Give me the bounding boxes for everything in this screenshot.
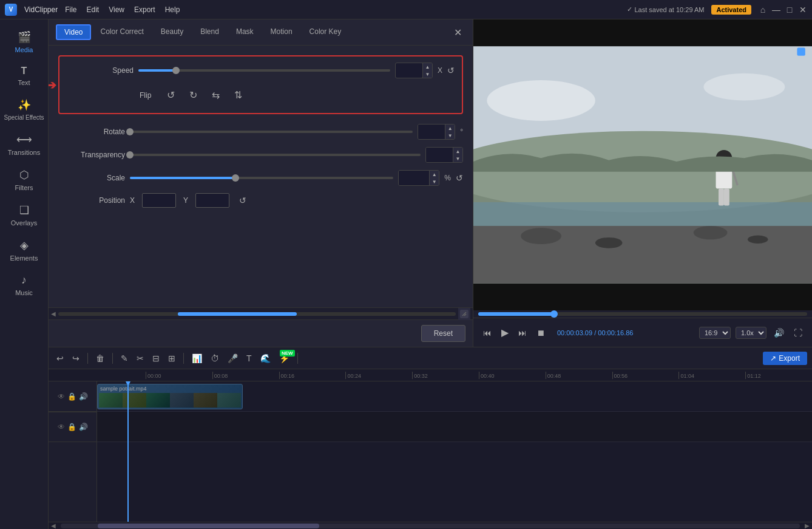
video-track-row[interactable]: sample potrait.mp4 xyxy=(97,381,812,412)
sidebar-item-filters[interactable]: ⬡ Filters xyxy=(0,162,48,197)
volume-button[interactable]: 🔊 xyxy=(771,327,787,339)
menu-view[interactable]: View xyxy=(109,5,124,14)
progress-thumb[interactable] xyxy=(550,310,558,318)
text-button[interactable]: T xyxy=(243,352,255,364)
edit-button[interactable]: ✎ xyxy=(118,352,131,364)
position-y-input[interactable]: 0 xyxy=(195,193,229,208)
tab-mask[interactable]: Mask xyxy=(228,24,262,40)
audio-icon[interactable]: 🔊 xyxy=(79,392,88,401)
progress-track[interactable] xyxy=(478,312,807,316)
eye-icon[interactable]: 👁 xyxy=(58,392,65,401)
tab-color-correct[interactable]: Color Correct xyxy=(92,24,151,40)
playback-speed-select[interactable]: 1.0x 0.5x 2.0x xyxy=(736,327,766,339)
chart-button[interactable]: 📊 xyxy=(189,352,205,364)
rotate-slider-thumb[interactable] xyxy=(126,128,134,135)
scale-spin-up[interactable]: ▲ xyxy=(429,171,439,178)
sidebar-item-elements[interactable]: ◈ Elements xyxy=(0,233,48,268)
home-icon[interactable]: ⌂ xyxy=(759,5,767,14)
panel-horizontal-scrollbar[interactable]: ◀ xyxy=(49,307,473,319)
sidebar-item-media[interactable]: 🎬 Media xyxy=(0,24,48,60)
position-reset-button[interactable]: ↺ xyxy=(239,196,246,205)
tab-motion[interactable]: Motion xyxy=(263,24,300,40)
menu-file[interactable]: File xyxy=(65,5,76,14)
speed-reset-button[interactable]: ↺ xyxy=(447,66,455,75)
prev-frame-button[interactable]: ⏮ xyxy=(481,327,494,339)
next-frame-button[interactable]: ⏭ xyxy=(516,327,529,339)
panel-close-button[interactable]: ✕ xyxy=(450,26,465,39)
scrollbar-track[interactable] xyxy=(58,312,456,316)
tab-color-key[interactable]: Color Key xyxy=(302,24,350,40)
scale-reset-button[interactable]: ↺ xyxy=(456,173,463,183)
cut-button[interactable]: ✂ xyxy=(134,352,147,364)
aspect-ratio-select[interactable]: 16:9 9:16 1:1 4:3 xyxy=(699,327,731,339)
wave-button[interactable]: 🌊 xyxy=(257,352,274,364)
reset-button[interactable]: Reset xyxy=(421,325,465,342)
audio2-icon[interactable]: 🔊 xyxy=(79,423,88,431)
preview-progress-area[interactable] xyxy=(473,310,812,318)
minimize-button[interactable]: — xyxy=(772,5,780,14)
export-button[interactable]: ↗ Export xyxy=(763,352,807,365)
undo-button[interactable]: ↩ xyxy=(53,352,67,364)
flip-vertical-button[interactable]: ⇅ xyxy=(231,88,246,102)
speed-value-input[interactable]: 0.6 xyxy=(396,63,422,78)
close-button[interactable]: ✕ xyxy=(799,5,807,14)
transparency-slider-thumb[interactable] xyxy=(126,151,134,159)
sidebar-item-text[interactable]: T Text xyxy=(0,60,48,92)
rotate-spin-up[interactable]: ▲ xyxy=(445,125,455,132)
menu-edit[interactable]: Edit xyxy=(87,5,100,14)
menu-export[interactable]: Export xyxy=(134,5,155,14)
tab-beauty[interactable]: Beauty xyxy=(153,24,191,40)
scroll-left-icon[interactable]: ◀ xyxy=(49,522,58,529)
sidebar-item-music[interactable]: ♪ Music xyxy=(0,268,48,302)
flip-counter-clockwise-button[interactable]: ↺ xyxy=(163,88,178,102)
menu-help[interactable]: Help xyxy=(165,5,180,14)
scrollbar-track-h[interactable] xyxy=(61,524,800,528)
speed-slider-thumb[interactable] xyxy=(172,67,180,74)
scale-spin-down[interactable]: ▼ xyxy=(429,178,439,185)
maximize-button[interactable]: □ xyxy=(785,5,794,14)
frame-6 xyxy=(217,393,241,408)
preview-controls: ⏮ ▶ ⏭ ⏹ 00:00:03.09 / 00:00:16.86 16:9 9… xyxy=(473,318,812,347)
spark-button[interactable]: ⚡ NEW xyxy=(276,352,293,364)
stop-button[interactable]: ⏹ xyxy=(534,327,547,339)
lock-icon[interactable]: 🔒 xyxy=(67,392,76,401)
scale-slider-thumb[interactable] xyxy=(232,174,239,182)
timer-button[interactable]: ⏱ xyxy=(208,352,222,364)
sidebar-item-overlays[interactable]: ❑ Overlays xyxy=(0,197,48,233)
video-clip[interactable]: sample potrait.mp4 xyxy=(97,384,243,409)
fullscreen-button[interactable]: ⛶ xyxy=(791,327,805,339)
scale-value-input[interactable]: 101.0 xyxy=(399,171,429,185)
transparency-spin-up[interactable]: ▲ xyxy=(453,148,462,155)
flip-label: Flip xyxy=(140,91,151,100)
panel-resize-handle[interactable] xyxy=(458,308,470,320)
speed-spin-up[interactable]: ▲ xyxy=(422,63,432,70)
speed-slider[interactable] xyxy=(138,69,390,72)
sidebar-item-special-effects[interactable]: ✨ Special Effects xyxy=(0,92,48,127)
merge-button[interactable]: ⊞ xyxy=(165,352,178,364)
transparency-value-input[interactable]: 0 xyxy=(426,148,453,162)
play-button[interactable]: ▶ xyxy=(499,326,511,340)
audio-track-row[interactable] xyxy=(97,412,812,442)
redo-button[interactable]: ↪ xyxy=(69,352,83,364)
flip-horizontal-button[interactable]: ⇆ xyxy=(208,88,223,102)
rotate-spin-down[interactable]: ▼ xyxy=(445,132,455,139)
scroll-right-icon[interactable]: ▶ xyxy=(802,522,812,529)
eye2-icon[interactable]: 👁 xyxy=(58,423,65,431)
speed-spin-down[interactable]: ▼ xyxy=(422,70,432,78)
scale-slider[interactable] xyxy=(130,177,393,179)
transparency-slider[interactable] xyxy=(130,154,421,156)
split-button[interactable]: ⊟ xyxy=(149,352,163,364)
scroll-left-arrow[interactable]: ◀ xyxy=(51,310,56,317)
sidebar-item-transitions[interactable]: ⟷ Transitions xyxy=(0,127,48,162)
timeline-scrollbar[interactable]: ◀ ▶ xyxy=(49,522,812,529)
tab-video[interactable]: Video xyxy=(56,24,91,40)
rotate-slider[interactable] xyxy=(130,131,413,133)
delete-button[interactable]: 🗑 xyxy=(93,352,107,364)
position-x-input[interactable]: -3 xyxy=(142,193,176,208)
transparency-spin-down[interactable]: ▼ xyxy=(453,155,462,162)
flip-clockwise-button[interactable]: ↻ xyxy=(186,88,201,102)
rotate-value-input[interactable]: 0 xyxy=(418,125,445,139)
mic-button[interactable]: 🎤 xyxy=(225,352,241,364)
tab-blend[interactable]: Blend xyxy=(192,24,227,40)
lock2-icon[interactable]: 🔒 xyxy=(67,423,76,431)
